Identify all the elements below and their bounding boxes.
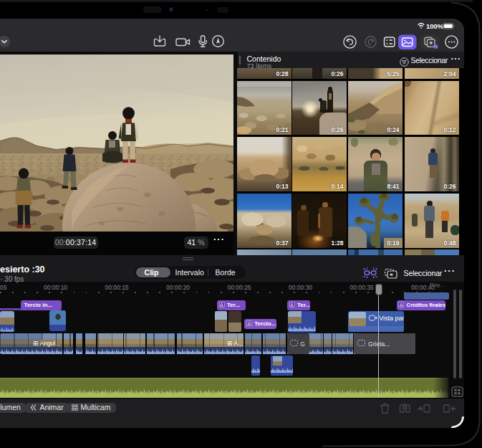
svg-text:100%: 100%: [426, 22, 444, 30]
